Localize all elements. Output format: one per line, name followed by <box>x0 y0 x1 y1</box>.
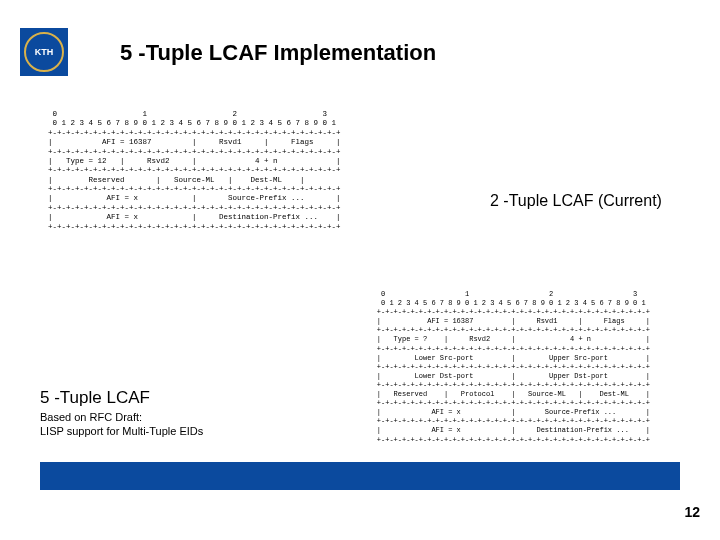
label-2tuple: 2 -Tuple LCAF (Current) <box>490 192 662 210</box>
kth-logo-text: KTH <box>35 48 54 57</box>
kth-logo: KTH <box>20 28 68 76</box>
diagram-2tuple: 0 1 2 3 0 1 2 3 4 5 6 7 8 9 0 1 2 3 4 5 … <box>30 110 341 232</box>
label-5tuple: 5 -Tuple LCAF <box>40 388 150 408</box>
diagram-5tuple: 0 1 2 3 0 1 2 3 4 5 6 7 8 9 0 1 2 3 4 5 … <box>360 290 650 445</box>
page-number: 12 <box>684 504 700 520</box>
sublabel-line1: Based on RFC Draft: <box>40 411 142 423</box>
slide-title: 5 -Tuple LCAF Implementation <box>120 40 436 66</box>
sublabel-line2: LISP support for Multi-Tuple EIDs <box>40 425 203 437</box>
sublabel-rfc: Based on RFC Draft: LISP support for Mul… <box>40 410 203 439</box>
kth-logo-circle: KTH <box>24 32 64 72</box>
footer-bar <box>40 462 680 490</box>
